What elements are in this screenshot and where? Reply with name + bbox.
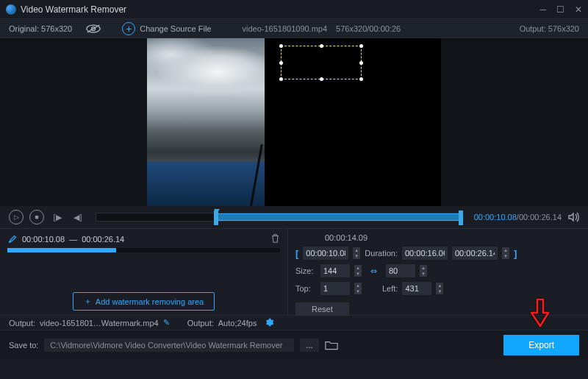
timeline-selection[interactable] bbox=[214, 213, 463, 221]
video-preview bbox=[0, 38, 588, 206]
width-input[interactable] bbox=[320, 264, 350, 277]
output-filename: video-1651801…Watermark.mp4 bbox=[40, 319, 159, 327]
output-format-label: Output: bbox=[187, 319, 214, 327]
original-label: Original: bbox=[9, 24, 39, 33]
plus-circle-icon: + bbox=[122, 22, 135, 35]
app-title: Video Watermark Remover bbox=[21, 4, 126, 15]
spin-up[interactable]: ▲ bbox=[502, 247, 509, 253]
brush-icon bbox=[7, 234, 18, 244]
save-to-label: Save to: bbox=[9, 341, 38, 350]
output-file-label: Output: bbox=[9, 319, 35, 327]
segment-start: 00:00:10.08 bbox=[22, 235, 65, 244]
browse-path-button[interactable]: ... bbox=[300, 339, 318, 352]
volume-icon[interactable] bbox=[567, 211, 579, 223]
output-res-value: 576x320 bbox=[548, 24, 579, 33]
set-in-button[interactable]: [▶ bbox=[50, 210, 65, 224]
top-input[interactable] bbox=[320, 282, 350, 295]
playback-controls: ▷ ■ [▶ ◀] 00:00:10.08/00:00:26.14 bbox=[0, 206, 588, 228]
reset-button[interactable]: Reset bbox=[295, 302, 349, 316]
output-bar: Output: video-1651801…Watermark.mp4 ✎ Ou… bbox=[0, 315, 588, 330]
segment-bar[interactable] bbox=[7, 248, 280, 252]
spin-down[interactable]: ▼ bbox=[502, 253, 509, 259]
edit-filename-icon[interactable]: ✎ bbox=[163, 318, 170, 327]
start-time-input[interactable] bbox=[303, 247, 348, 260]
link-aspect-icon[interactable]: ⇔ bbox=[370, 266, 377, 276]
spin-up[interactable]: ▲ bbox=[353, 247, 360, 253]
minimize-button[interactable]: ─ bbox=[539, 4, 546, 15]
preview-toggle-icon[interactable] bbox=[85, 24, 101, 34]
segments-panel: 00:00:10.08 — 00:00:26.14 ＋Add watermark… bbox=[0, 229, 288, 315]
bracket-close-icon[interactable]: ] bbox=[514, 248, 517, 259]
change-source-button[interactable]: + Change Source File bbox=[122, 22, 211, 35]
size-label: Size: bbox=[295, 266, 316, 275]
video-frame[interactable] bbox=[147, 38, 441, 206]
app-logo-icon bbox=[6, 4, 16, 15]
end-time-input[interactable] bbox=[452, 247, 498, 260]
top-label: Top: bbox=[295, 284, 316, 293]
duration-label: Duration: bbox=[365, 249, 398, 258]
annotation-arrow-icon bbox=[531, 298, 550, 329]
stop-button[interactable]: ■ bbox=[29, 210, 44, 224]
playhead-time: 00:00:14.09 bbox=[325, 233, 368, 242]
bottom-bar: Save to: C:\Vidmore\Vidmore Video Conver… bbox=[0, 330, 588, 359]
segment-row: 00:00:10.08 — 00:00:26.14 bbox=[7, 233, 280, 245]
left-input[interactable] bbox=[402, 282, 431, 295]
maximize-button[interactable]: ☐ bbox=[556, 4, 564, 15]
left-label: Left: bbox=[382, 284, 398, 293]
titlebar: Video Watermark Remover ─ ☐ ✕ bbox=[0, 0, 588, 19]
settings-pane: 00:00:10.08 — 00:00:26.14 ＋Add watermark… bbox=[0, 228, 588, 315]
duration-input[interactable] bbox=[402, 247, 448, 260]
segment-end: 00:00:26.14 bbox=[82, 235, 124, 244]
time-readout: 00:00:10.08/00:00:26.14 bbox=[474, 213, 562, 222]
source-resolution-time: 576x320/00:00:26 bbox=[336, 24, 401, 33]
info-bar: Original: 576x320 + Change Source File v… bbox=[0, 19, 588, 38]
open-folder-icon[interactable] bbox=[325, 340, 338, 350]
bracket-open-icon[interactable]: [ bbox=[295, 248, 298, 259]
timeline[interactable] bbox=[96, 213, 464, 222]
output-format: Auto;24fps bbox=[218, 319, 257, 327]
timeline-handle-right[interactable] bbox=[459, 210, 463, 225]
height-input[interactable] bbox=[386, 264, 415, 277]
settings-icon[interactable] bbox=[264, 317, 274, 329]
set-out-button[interactable]: ◀] bbox=[71, 210, 85, 224]
delete-segment-button[interactable] bbox=[270, 233, 280, 245]
output-res-label: Output: bbox=[520, 24, 546, 33]
original-resolution: 576x320 bbox=[41, 24, 72, 33]
play-button[interactable]: ▷ bbox=[9, 210, 24, 224]
close-button[interactable]: ✕ bbox=[575, 4, 582, 15]
plus-icon: ＋ bbox=[84, 296, 92, 307]
watermark-selection-box[interactable] bbox=[281, 46, 362, 79]
change-source-label: Change Source File bbox=[140, 24, 211, 33]
add-area-button[interactable]: ＋Add watermark removing area bbox=[73, 292, 215, 311]
export-button[interactable]: Export bbox=[503, 335, 579, 355]
save-path: C:\Vidmore\Vidmore Video Converter\Video… bbox=[44, 339, 294, 352]
source-filename: video-1651801090.mp4 bbox=[242, 24, 327, 33]
spin-down[interactable]: ▼ bbox=[353, 253, 360, 259]
timeline-playhead-icon[interactable] bbox=[214, 209, 220, 213]
